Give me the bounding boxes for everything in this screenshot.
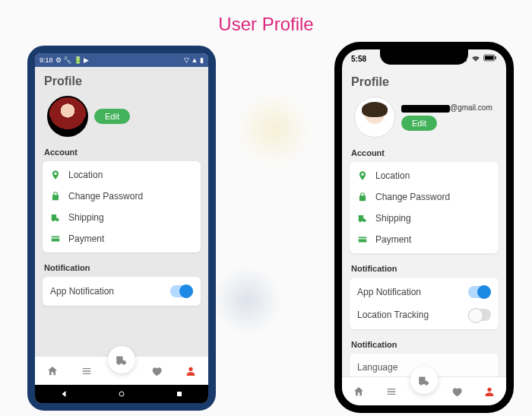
svg-point-0: [119, 392, 124, 396]
row-label: Payment: [68, 233, 104, 244]
email-suffix: @gmail.com: [450, 103, 492, 112]
row-label: Location: [68, 170, 103, 180]
edit-button[interactable]: Edit: [401, 116, 437, 131]
pin-icon: [50, 170, 61, 180]
row-label: Payment: [375, 234, 411, 245]
section-label-account: Account: [350, 145, 499, 162]
toggle-app-notification[interactable]: [468, 286, 491, 298]
avatar[interactable]: [354, 97, 395, 138]
profile-header: Edit: [43, 96, 201, 144]
android-device-frame: 9:18 ⚙ 🔧 🔋 ▶ ▽ ▲ ▮ Profile Edit Account …: [27, 46, 216, 411]
tab-list[interactable]: [80, 364, 93, 378]
ios-screen: 5:58 Profile @gmail.com Edit Account: [342, 49, 506, 405]
row-label: Shipping: [375, 213, 411, 224]
ios-device-frame: 5:58 Profile @gmail.com Edit Account: [334, 42, 514, 413]
tab-list[interactable]: [385, 385, 398, 399]
bottom-tabbar: [35, 356, 208, 385]
status-time: 9:18: [40, 56, 53, 64]
card-icon: [50, 233, 61, 244]
row-label: Language: [357, 362, 397, 373]
truck-icon: [50, 212, 61, 223]
row-shipping[interactable]: Shipping: [350, 208, 499, 229]
row-location-tracking[interactable]: Location Tracking: [350, 303, 499, 326]
svg-rect-1: [177, 392, 182, 396]
bottom-tabbar: [342, 376, 506, 405]
status-debug-icons: ⚙ 🔧 🔋 ▶: [55, 56, 90, 64]
notification-card: App Notification Location Tracking: [350, 278, 499, 329]
tab-center-button[interactable]: [108, 346, 135, 373]
row-label: Location Tracking: [357, 310, 429, 320]
page-title: User Profile: [0, 0, 532, 35]
row-change-password[interactable]: Change Password: [350, 186, 499, 208]
tab-favorites[interactable]: [150, 364, 163, 378]
row-label: Location: [375, 170, 410, 181]
nav-home-icon[interactable]: [117, 389, 126, 399]
row-payment[interactable]: Payment: [350, 229, 499, 250]
screen-title: Profile: [43, 71, 201, 96]
email-text: @gmail.com: [401, 103, 492, 112]
row-location[interactable]: Location: [43, 164, 201, 186]
truck-icon: [357, 213, 368, 224]
tab-profile[interactable]: [184, 364, 198, 378]
toggle-location-tracking[interactable]: [468, 309, 491, 321]
row-app-notification[interactable]: App Notification: [43, 280, 201, 303]
account-card: Location Change Password Shipping Paymen…: [350, 162, 499, 253]
lock-icon: [357, 192, 368, 202]
android-screen: 9:18 ⚙ 🔧 🔋 ▶ ▽ ▲ ▮ Profile Edit Account …: [35, 53, 208, 403]
section-label-notification-2: Notification: [350, 337, 499, 354]
svg-rect-3: [485, 56, 494, 59]
avatar[interactable]: [47, 96, 88, 137]
truck-icon: [417, 373, 431, 387]
battery-icon: [483, 54, 497, 62]
profile-header: @gmail.com Edit: [350, 97, 499, 145]
tab-profile[interactable]: [483, 385, 496, 399]
background-decoration: [213, 266, 281, 335]
section-label-notification: Notification: [350, 261, 499, 278]
row-change-password[interactable]: Change Password: [43, 186, 201, 207]
row-app-notification[interactable]: App Notification: [350, 281, 499, 303]
screen-title: Profile: [350, 72, 499, 97]
app-content: Profile @gmail.com Edit Account Location: [342, 68, 506, 376]
pin-icon: [357, 170, 368, 181]
app-content: Profile Edit Account Location Change Pas…: [35, 67, 208, 356]
row-label: Change Password: [375, 192, 450, 202]
row-label: Change Password: [68, 191, 143, 202]
ios-notch: [380, 48, 468, 65]
edit-button[interactable]: Edit: [94, 109, 130, 124]
toggle-app-notification[interactable]: [170, 285, 193, 297]
android-status-bar: 9:18 ⚙ 🔧 🔋 ▶ ▽ ▲ ▮: [35, 53, 208, 67]
section-label-notification: Notification: [43, 260, 201, 277]
card-icon: [357, 234, 368, 245]
row-label: App Notification: [357, 287, 421, 297]
tab-center-button[interactable]: [410, 367, 438, 394]
background-decoration: [236, 91, 312, 167]
tab-favorites[interactable]: [450, 385, 464, 399]
account-card: Location Change Password Shipping Paymen…: [43, 161, 201, 252]
row-shipping[interactable]: Shipping: [43, 207, 201, 228]
wifi-icon: [470, 54, 481, 62]
lock-icon: [50, 191, 61, 202]
tab-home[interactable]: [46, 364, 59, 378]
nav-back-icon[interactable]: [59, 389, 68, 399]
row-label: App Notification: [50, 286, 114, 297]
row-payment[interactable]: Payment: [43, 228, 201, 249]
svg-rect-4: [495, 56, 496, 59]
row-location[interactable]: Location: [350, 165, 499, 186]
section-label-account: Account: [43, 144, 201, 161]
redacted-email-icon: [401, 105, 450, 113]
status-signal-icons: ▽ ▲ ▮: [184, 56, 204, 64]
nav-recent-icon[interactable]: [175, 389, 184, 399]
android-nav-bar: [35, 385, 208, 403]
tab-home[interactable]: [352, 385, 366, 399]
notification-card: App Notification: [43, 277, 201, 306]
row-label: Shipping: [68, 212, 104, 223]
truck-icon: [115, 353, 128, 367]
status-time: 5:58: [351, 55, 366, 63]
